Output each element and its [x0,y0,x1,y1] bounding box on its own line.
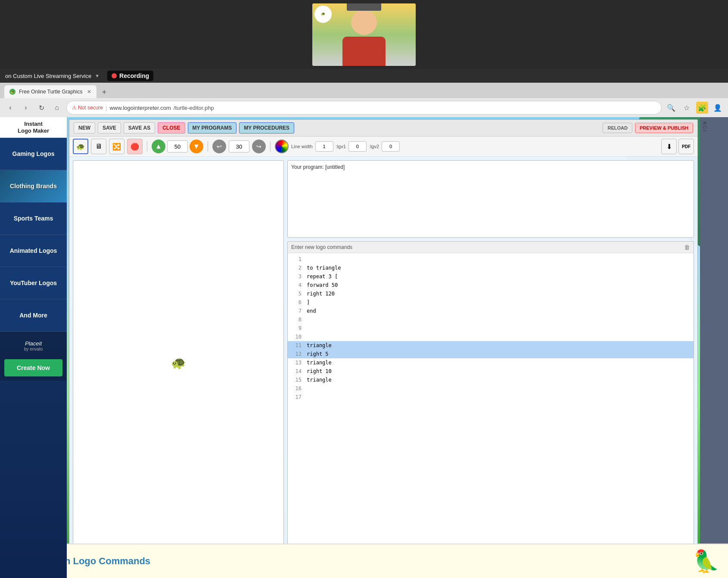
trash-icon[interactable]: 🗑 [684,244,690,251]
video-area: 🐢 [0,0,728,69]
toolbar-sep-2 [208,141,208,152]
image-mode-button[interactable]: 🖥 [91,139,106,154]
save-button[interactable]: SAVE [98,122,121,134]
line-number: 13 [291,360,302,366]
streaming-bar: on Custom Live Streaming Service ▼ Recor… [0,69,728,83]
sidebar-item-animated[interactable]: Animated Logos [0,235,67,267]
line-content: right 120 [307,291,335,297]
color-picker[interactable] [275,140,289,153]
line-content: triangle [307,377,332,383]
my-programs-button[interactable]: MY PROGRAMS [188,122,237,134]
code-line: 16 [288,384,694,393]
line-number: 1 [291,256,302,262]
line-number: 14 [291,368,302,374]
stop-button[interactable]: 🛑 [127,139,143,154]
code-editor-label: Enter new logo commands [291,244,352,250]
streaming-label: on Custom Live Streaming Service [5,73,91,79]
forward-button[interactable]: › [20,102,32,114]
line-content: ] [307,299,310,305]
line-content: triangle [307,342,332,348]
rotate-left-button[interactable]: ↩ [212,140,226,153]
close-button[interactable]: CLOSE [158,122,185,134]
toolbar-sep-3 [270,141,271,152]
profile-button[interactable]: 👤 [712,102,724,114]
line-number: 9 [291,325,302,331]
drawing-canvas: 🐢 ↗ (0.00,0.00) 🐢 📍 0.00 △ [73,160,284,565]
code-editor-area: Enter new logo commands 🗑 12to triangle3… [287,241,694,565]
sidebar-item-clothing[interactable]: Clothing Brands [0,170,67,202]
url-path: /turtle-editor.php [174,105,214,111]
code-line: 10 [288,333,694,341]
recording-badge: Recording [107,71,153,81]
animate-mode-button[interactable]: 🔀 [109,139,124,154]
reload-button[interactable]: ↻ [35,102,47,114]
arrow-controls: ▲ ▼ [152,140,203,153]
back-button[interactable]: ‹ [4,102,16,114]
lgv1-label: :lgv1 [336,144,346,149]
browser-tab-active[interactable]: 🐢 Free Online Turtle Graphics - lo... ✕ [4,85,96,98]
address-separator: | [106,105,107,111]
pdf-button[interactable]: PDF [678,139,694,154]
save-as-button[interactable]: SAVE AS [124,122,155,134]
search-button[interactable]: 🔍 [665,102,677,114]
sidebar-item-sports[interactable]: Sports Teams [0,202,67,235]
code-line: 15triangle [288,376,694,384]
code-line: 1 [288,255,694,264]
tab-close-icon[interactable]: ✕ [87,89,91,95]
not-secure-indicator: ⚠ Not secure [72,105,103,111]
line-number: 4 [291,282,302,288]
parrot-decoration: 🦜 [693,549,719,574]
sidebar-item-gaming[interactable]: Gaming Logos [0,138,67,170]
create-now-button[interactable]: Create Now [4,359,62,376]
address-box[interactable]: ⚠ Not secure | www.logointerpreter.com /… [66,101,662,115]
turtle-mode-button[interactable]: 🐢 [73,139,88,154]
new-tab-button[interactable]: + [98,86,110,98]
line-number: 10 [291,334,302,340]
left-sidebar: Instant Logo Maker Gaming Logos Clothing… [0,117,67,578]
bookmark-button[interactable]: ☆ [681,102,693,114]
editor-panel: NEW SAVE SAVE AS CLOSE MY PROGRAMS MY PR… [69,119,698,578]
rotation-value-input[interactable] [229,140,249,152]
download-button[interactable]: ⬇ [661,139,677,154]
main-layout: Instant Logo Maker Gaming Logos Clothing… [0,117,728,578]
line-width-input[interactable] [315,141,333,152]
new-button[interactable]: NEW [74,122,95,134]
forward-button[interactable]: ▲ [152,140,165,153]
line-number: 2 [291,265,302,271]
lgv1-input[interactable] [348,141,367,152]
line-content: repeat 3 [ [307,273,338,280]
lgv2-input[interactable] [382,141,400,152]
sidebar-item-andmore[interactable]: And More [0,299,67,332]
editor-toolbar: NEW SAVE SAVE AS CLOSE MY PROGRAMS MY PR… [69,120,697,137]
extensions-button[interactable]: 🧩 [696,102,708,114]
rotate-right-button[interactable]: ↪ [252,140,266,153]
lgv2-label: :lgv2 [369,144,379,149]
preview-publish-button[interactable]: PREVIEW & PUBLISH [635,123,693,133]
forward-value-input[interactable] [167,140,188,152]
video-person: 🐢 [312,3,416,66]
code-line: 5 right 120 [288,289,694,298]
placeit-branding: Placeit by envato [4,336,62,356]
code-line: 11triangle [288,341,694,350]
home-button[interactable]: ⌂ [51,102,63,114]
line-number: 5 [291,291,302,297]
program-display: Your program: [untitled] [287,160,694,238]
streaming-dropdown-icon[interactable]: ▼ [95,73,100,78]
code-lines[interactable]: 12to triangle3 repeat 3 [4 forward 505 r… [288,253,694,549]
code-line: 7end [288,307,694,315]
backward-button[interactable]: ▼ [190,140,203,153]
my-procedures-button[interactable]: MY PROCEDURES [239,122,294,134]
line-content: forward 50 [307,282,338,288]
code-line: 13triangle [288,358,694,367]
right-panel: N C I [700,117,728,578]
line-number: 8 [291,317,302,323]
sidebar-header: Instant Logo Maker [0,117,67,138]
program-title: Your program: [untitled] [291,164,690,170]
line-content: end [307,308,316,314]
sidebar-logo: Instant Logo Maker [3,121,63,134]
reload-button[interactable]: RELOAD [603,123,632,133]
line-content: triangle [307,360,332,366]
export-buttons: ⬇ PDF [661,139,694,154]
line-controls: Line width :lgv1 :lgv2 [291,141,400,152]
sidebar-item-youtuber[interactable]: YouTuber Logos [0,267,67,299]
